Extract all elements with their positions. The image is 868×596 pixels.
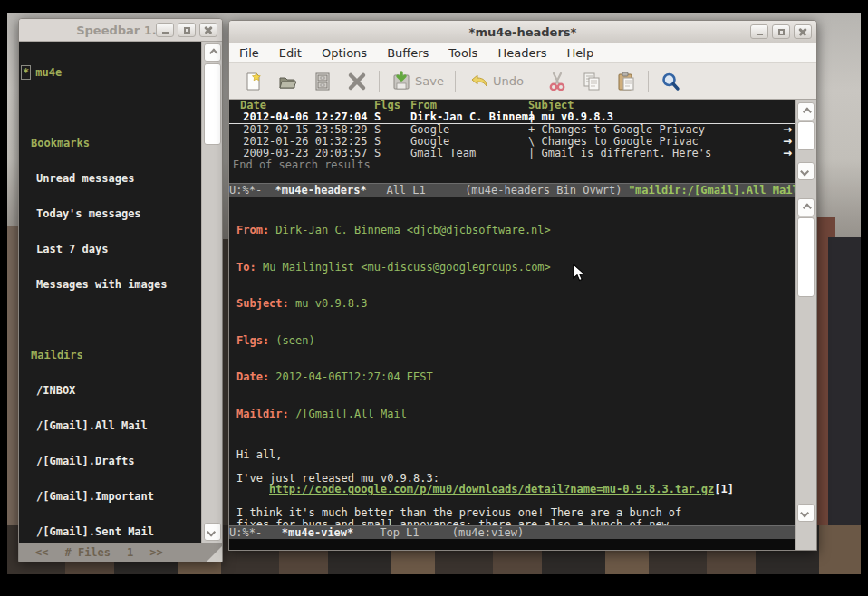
toolbar: Save Undo (229, 63, 816, 100)
speedbar-item-sent[interactable]: /[Gmail].Sent Mail (19, 526, 201, 538)
speedbar-item-images[interactable]: Messages with images (19, 279, 201, 291)
speedbar-item-allmail[interactable]: /[Gmail].All Mail (19, 420, 201, 432)
chevron-down-icon (800, 508, 809, 517)
menu-help[interactable]: Help (557, 44, 604, 62)
close-button[interactable] (794, 24, 812, 39)
speedbar-item-important[interactable]: /[Gmail].Important (19, 491, 201, 503)
scroll-down-button[interactable] (204, 523, 221, 541)
copy-icon (581, 71, 603, 92)
chevron-down-icon (800, 167, 809, 176)
download-link[interactable]: http://code.google.com/p/mu0/downloads/d… (269, 483, 714, 495)
scroll-up-button[interactable] (797, 198, 815, 216)
paste-icon (615, 71, 637, 92)
chevron-down-icon (207, 527, 216, 536)
scroll-down-button[interactable] (797, 504, 815, 522)
undo-icon (467, 71, 490, 92)
menubar: File Edit Options Buffers Tools Headers … (229, 43, 816, 63)
headers-modeline: U:%*- *mu4e-headers* All L1 (mu4e-header… (229, 183, 795, 197)
link-footnote: [1] (714, 483, 734, 495)
toolbar-separator (379, 71, 380, 92)
message-row[interactable]: 2012-04-06 12:27:04 S Dirk-Jan C. Binnem… (229, 111, 795, 124)
emacs-titlebar[interactable]: *mu4e-headers* (229, 21, 816, 43)
field-to: To: Mu Mailinglist <mu-discuss@googlegro… (236, 262, 795, 274)
copy-button[interactable] (574, 67, 609, 96)
open-file-button[interactable] (271, 67, 305, 96)
undo-button[interactable]: Undo (460, 67, 530, 96)
close-buffer-button[interactable] (340, 67, 374, 96)
field-date: Date: 2012-04-06T12:27:04 EEST (236, 371, 795, 384)
field-from: From: Dirk-Jan C. Binnema <djcb@djcbsoft… (236, 225, 795, 237)
truncation-arrow-icon: → (783, 148, 792, 159)
maximize-button[interactable] (772, 24, 790, 39)
speedbar-item-drafts[interactable]: /[Gmail].Drafts (19, 456, 201, 467)
cut-button[interactable] (540, 67, 574, 96)
speedbar-section-maildirs: Maildirs (19, 350, 201, 361)
close-button[interactable] (199, 23, 217, 37)
scroll-down-button[interactable] (797, 162, 815, 180)
speedbar-section-bookmarks: Bookmarks (19, 138, 201, 149)
emacs-frame-body: Date Flgs From Subject 2012-04-06 12:27:… (229, 100, 816, 550)
menu-headers[interactable]: Headers (487, 44, 556, 62)
scroll-up-button[interactable] (797, 102, 815, 120)
file-cabinet-icon (312, 71, 333, 92)
speedbar-scrollbar[interactable] (201, 42, 222, 543)
field-flags: Flgs: (seen) (236, 335, 795, 348)
dired-button[interactable] (305, 67, 340, 96)
save-button[interactable]: Save (384, 67, 450, 96)
message-row[interactable]: 2009-03-23 20:03:57 S Gmail Team | Gmail… (229, 148, 795, 159)
column-subject[interactable]: Subject (528, 100, 795, 111)
menu-options[interactable]: Options (312, 44, 377, 62)
maximize-icon (778, 29, 785, 35)
speedbar-root[interactable]: *mu4e (19, 67, 201, 79)
speedbar-cursor: * (21, 65, 31, 80)
menu-buffers[interactable]: Buffers (377, 44, 439, 62)
speedbar-window: Speedbar 1.0 *mu4e Bookmarks Unread mess… (18, 18, 223, 562)
search-button[interactable] (653, 67, 688, 96)
menu-edit[interactable]: Edit (269, 44, 312, 62)
toolbar-separator (648, 71, 649, 92)
chevron-up-icon (209, 48, 218, 57)
close-x-icon (346, 71, 368, 92)
field-subject: Subject: mu v0.9.8.3 (236, 298, 795, 311)
speedbar-titlebar[interactable]: Speedbar 1.0 (19, 19, 222, 42)
modeline-buffer-name: *mu4e-headers* (275, 184, 367, 197)
minimize-button[interactable] (750, 24, 768, 39)
field-maildir: Maildir: /[Gmail].All Mail (236, 409, 795, 421)
resize-grip[interactable] (207, 546, 222, 562)
scrollbar-thumb[interactable] (204, 63, 221, 145)
emacs-window: *mu4e-headers* File Edit Options Buffers… (228, 20, 817, 551)
open-folder-icon (277, 71, 299, 92)
emacs-window-title: *mu4e-headers* (469, 25, 577, 39)
speedbar-item-today[interactable]: Today's messages (19, 208, 201, 220)
speedbar-item-last7[interactable]: Last 7 days (19, 244, 201, 255)
scrollbar-thumb[interactable] (797, 121, 815, 150)
mu4e-headers-buffer: Date Flgs From Subject 2012-04-06 12:27:… (229, 100, 795, 183)
new-file-button[interactable] (236, 67, 271, 96)
speedbar-item-unread[interactable]: Unread messages (19, 173, 201, 185)
speedbar-item-inbox[interactable]: /INBOX (19, 385, 201, 397)
speedbar-modeline: << # Files 1 >> (19, 543, 222, 562)
desktop-root: Speedbar 1.0 *mu4e Bookmarks Unread mess… (0, 0, 868, 596)
mu4e-view-buffer: From: Dirk-Jan C. Binnema <djcb@djcbsoft… (229, 197, 795, 525)
toolbar-separator (455, 71, 456, 92)
scissors-icon (546, 71, 568, 92)
message-body-rest: I think it's much better than the previo… (229, 495, 795, 525)
menu-file[interactable]: File (229, 44, 269, 62)
wallpaper-building (828, 237, 861, 574)
new-file-icon (243, 71, 265, 92)
chevron-up-icon (803, 203, 812, 212)
paste-button[interactable] (609, 67, 643, 96)
minimize-button[interactable] (156, 23, 174, 37)
save-label: Save (415, 74, 444, 88)
minimize-icon (757, 34, 763, 35)
maximize-button[interactable] (178, 23, 196, 37)
maximize-icon (184, 27, 190, 34)
save-icon (391, 71, 412, 92)
echo-area[interactable] (229, 539, 816, 550)
emacs-scrollbar-column[interactable] (795, 100, 816, 550)
scrollbar-thumb[interactable] (797, 217, 815, 297)
scroll-up-button[interactable] (204, 43, 221, 62)
message-body-intro: Hi all, I've just released mu v0.9.8.3: (229, 449, 795, 484)
speedbar-window-title: Speedbar 1.0 (76, 24, 165, 37)
menu-tools[interactable]: Tools (439, 44, 487, 62)
